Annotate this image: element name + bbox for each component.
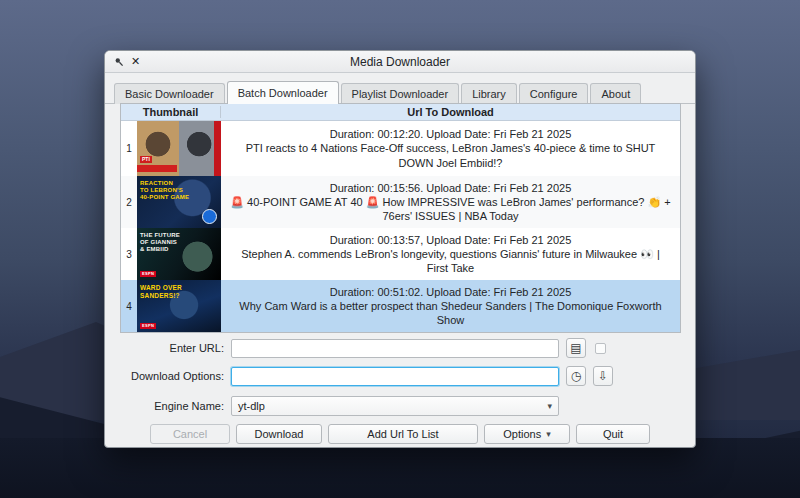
thumbnail-caption: WARD OVER SANDERS!? xyxy=(140,284,182,300)
tab-configure[interactable]: Configure xyxy=(519,83,589,104)
media-downloader-window: Media Downloader ✕ Basic Downloader Batc… xyxy=(104,50,696,448)
column-header-url: Url To Download xyxy=(221,106,680,118)
clipboard-monitor-checkbox[interactable] xyxy=(595,343,606,354)
window-title: Media Downloader xyxy=(105,55,695,69)
clipboard-icon: ▤ xyxy=(570,342,581,354)
video-title: Why Cam Ward is a better prospect than S… xyxy=(229,299,672,328)
enter-url-label: Enter URL: xyxy=(105,342,231,354)
titlebar[interactable]: Media Downloader ✕ xyxy=(105,51,695,73)
download-arrow-icon: ⇩ xyxy=(598,370,608,382)
table-header: Thumbnail Url To Download xyxy=(121,104,680,121)
cancel-button[interactable]: Cancel xyxy=(150,424,230,444)
thumbnail: WARD OVER SANDERS!? ESPN xyxy=(137,280,221,332)
pin-icon[interactable] xyxy=(114,53,124,71)
row-text: Duration: 00:15:56. Upload Date: Fri Feb… xyxy=(221,176,680,228)
options-button[interactable]: Options ▾ xyxy=(484,424,570,444)
row-number: 2 xyxy=(121,176,137,228)
download-button[interactable]: Download xyxy=(236,424,322,444)
row-number: 4 xyxy=(121,280,137,332)
chevron-down-icon: ▾ xyxy=(546,429,551,439)
duration-text: Duration: 00:15:56. Upload Date: Fri Feb… xyxy=(330,181,572,195)
download-options-label: Download Options: xyxy=(105,370,231,382)
thumbnail-ward-sanders-image: WARD OVER SANDERS!? ESPN xyxy=(137,280,221,332)
enter-url-input[interactable] xyxy=(231,339,559,358)
pti-badge: PTI xyxy=(140,156,152,163)
espn-logo: ESPN xyxy=(140,271,156,277)
espn-logo: ESPN xyxy=(140,323,156,329)
row-text: Duration: 00:12:20. Upload Date: Fri Feb… xyxy=(221,121,680,176)
engine-select[interactable]: yt-dlp ▾ xyxy=(231,396,559,416)
thumbnail-caption: REACTION TO LEBRON'S 40-POINT GAME xyxy=(140,180,189,202)
duration-text: Duration: 00:51:02. Upload Date: Fri Feb… xyxy=(330,285,572,299)
table-row[interactable]: 1 PTI Duration: 00:12:20. Upload Date: F… xyxy=(121,121,680,176)
thumbnail-red-strip xyxy=(214,121,221,176)
tab-bar: Basic Downloader Batch Downloader Playli… xyxy=(105,73,695,104)
tab-batch-downloader[interactable]: Batch Downloader xyxy=(227,81,339,104)
thumbnail-caption: THE FUTURE OF GIANNIS & EMBIID xyxy=(140,232,180,254)
table-row-selected[interactable]: 4 WARD OVER SANDERS!? ESPN Duration: 00:… xyxy=(121,280,680,332)
engine-selected-value: yt-dlp xyxy=(238,400,265,412)
download-list-table: Thumbnail Url To Download 1 PTI Duration… xyxy=(120,103,681,333)
tab-about[interactable]: About xyxy=(590,83,641,104)
video-title: 🚨 40-POINT GAME AT 40 🚨 How IMPRESSIVE w… xyxy=(229,195,672,224)
tab-playlist-downloader[interactable]: Playlist Downloader xyxy=(341,83,460,104)
sixers-logo xyxy=(202,209,217,224)
video-title: PTI reacts to 4 Nations Face-Off success… xyxy=(229,141,672,170)
thumbnail-lower-third xyxy=(137,165,177,172)
paste-clipboard-button[interactable]: ▤ xyxy=(566,338,586,358)
download-defaults-button[interactable]: ⇩ xyxy=(593,366,613,386)
thumbnail: THE FUTURE OF GIANNIS & EMBIID ESPN xyxy=(137,228,221,280)
chevron-down-icon: ▾ xyxy=(547,401,552,411)
close-icon[interactable]: ✕ xyxy=(131,56,140,67)
table-row[interactable]: 3 THE FUTURE OF GIANNIS & EMBIID ESPN Du… xyxy=(121,228,680,280)
add-url-to-list-button[interactable]: Add Url To List xyxy=(328,424,478,444)
thumbnail-first-take-image: THE FUTURE OF GIANNIS & EMBIID ESPN xyxy=(137,228,221,280)
tab-basic-downloader[interactable]: Basic Downloader xyxy=(114,83,225,104)
row-number: 1 xyxy=(121,121,137,176)
duration-text: Duration: 00:12:20. Upload Date: Fri Feb… xyxy=(330,127,572,141)
video-title: Stephen A. commends LeBron's longevity, … xyxy=(229,247,672,276)
thumbnail: REACTION TO LEBRON'S 40-POINT GAME xyxy=(137,176,221,228)
row-number: 3 xyxy=(121,228,137,280)
duration-text: Duration: 00:13:57, Upload Date: Fri Feb… xyxy=(330,233,572,247)
download-options-row: Download Options: ◷ ⇩ xyxy=(105,366,695,386)
thumbnail-nba-today-image: REACTION TO LEBRON'S 40-POINT GAME xyxy=(137,176,221,228)
thumbnail-pti-image: PTI xyxy=(137,121,221,176)
options-history-button[interactable]: ◷ xyxy=(566,366,586,386)
engine-name-label: Engine Name: xyxy=(105,400,231,412)
thumbnail: PTI xyxy=(137,121,221,176)
engine-name-row: Engine Name: yt-dlp ▾ xyxy=(105,396,695,416)
column-header-thumbnail: Thumbnail xyxy=(121,106,221,118)
enter-url-row: Enter URL: ▤ xyxy=(105,338,695,358)
tab-library[interactable]: Library xyxy=(461,83,517,104)
options-button-label: Options xyxy=(503,428,541,440)
row-text: Duration: 00:13:57, Upload Date: Fri Feb… xyxy=(221,228,680,280)
history-clock-icon: ◷ xyxy=(571,370,581,382)
quit-button[interactable]: Quit xyxy=(576,424,650,444)
table-row[interactable]: 2 REACTION TO LEBRON'S 40-POINT GAME Dur… xyxy=(121,176,680,228)
download-options-input[interactable] xyxy=(231,367,559,386)
action-button-row: Cancel Download Add Url To List Options … xyxy=(150,424,650,444)
row-text: Duration: 00:51:02. Upload Date: Fri Feb… xyxy=(221,280,680,332)
